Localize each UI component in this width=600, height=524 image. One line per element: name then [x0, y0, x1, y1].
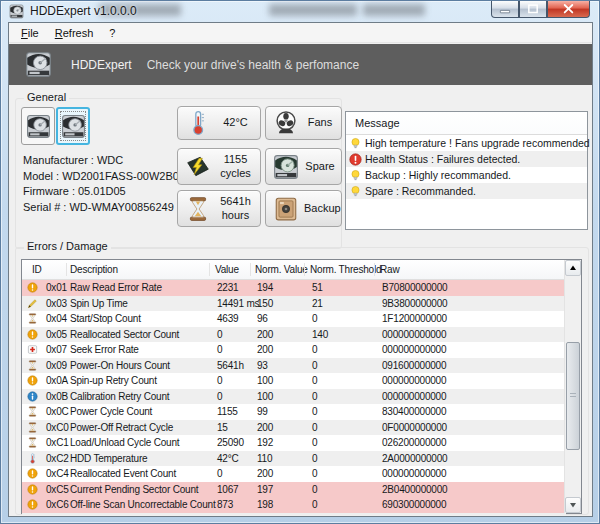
drive-button-2[interactable] — [56, 107, 90, 145]
app-name: HDDExpert — [71, 58, 132, 72]
warning-icon — [27, 499, 38, 510]
column-header-id[interactable]: ID — [32, 264, 42, 275]
smart-attribute-row-0xC7[interactable]: 0xC7Ultra DMA CRC Error Rate020000000000… — [22, 513, 566, 516]
hourglass-icon — [185, 196, 211, 222]
spare-drive-icon — [273, 154, 299, 180]
maximize-button[interactable] — [519, 1, 547, 18]
cell-description: Off-line Scan Uncorrectable Count — [68, 499, 215, 510]
cell-icon — [22, 499, 42, 510]
menu-item-help[interactable]: ? — [101, 24, 123, 42]
cell-value: 0 — [215, 468, 255, 479]
smart-attribute-row-0x0C[interactable]: 0x0CPower Cycle Count1155990830400000000 — [22, 404, 566, 420]
cell-icon — [22, 298, 42, 309]
smart-attributes-table: IDDescriptionValueNorm. ValueNorm. Thres… — [21, 259, 582, 514]
warning-icon — [27, 282, 38, 293]
cell-icon — [22, 406, 42, 417]
cell-value: 0 — [215, 329, 255, 340]
minimize-button[interactable] — [491, 1, 519, 18]
app-tagline: Check your drive's health & perfomance — [147, 58, 359, 72]
cell-id: 0xC4 — [42, 468, 68, 479]
table-header[interactable]: IDDescriptionValueNorm. ValueNorm. Thres… — [22, 260, 581, 280]
cell-value: 14491 ms — [215, 298, 255, 309]
cell-description: Power-On Hours Count — [68, 360, 215, 371]
smart-attribute-row-0x09[interactable]: 0x09Power-On Hours Count5641h93009160000… — [22, 358, 566, 374]
menu-item-refresh[interactable]: Refresh — [47, 24, 102, 42]
column-header-norm-threshold[interactable]: Norm. Threshold — [310, 264, 381, 275]
smart-attribute-row-0xC5[interactable]: 0xC5Current Pending Sector Count10671970… — [22, 482, 566, 498]
vertical-scrollbar[interactable] — [564, 260, 581, 513]
cell-raw: 690300000000 — [380, 499, 566, 510]
cell-value: 5641h — [215, 360, 255, 371]
smart-attribute-row-0x04[interactable]: 0x04Start/Stop Count46399601F1200000000 — [22, 311, 566, 327]
column-header-description[interactable]: Description — [70, 264, 118, 275]
smart-attribute-row-0x05[interactable]: 0x05Reallocated Sector Count020014000000… — [22, 327, 566, 343]
column-separator — [304, 263, 305, 276]
message-item[interactable]: Backup : Highly recommanded. — [346, 167, 587, 183]
temperature-button-label: 42°C — [216, 116, 260, 129]
safe-icon — [273, 196, 299, 222]
cell-norm-threshold: 0 — [310, 344, 380, 355]
message-item[interactable]: High temperature ! Fans upgrade recommen… — [346, 135, 587, 151]
message-panel: Message High temperature ! Fans upgrade … — [345, 111, 588, 230]
cell-value: 42°C — [215, 453, 255, 464]
smart-attribute-row-0xC2[interactable]: 0xC2HDD Temperature42°C11002A0000000000 — [22, 451, 566, 467]
cell-icon — [22, 344, 42, 355]
fans-button[interactable]: Fans — [265, 106, 342, 140]
smart-attribute-row-0x01[interactable]: 0x01Raw Read Error Rate223119451B7080000… — [22, 280, 566, 296]
cell-norm-threshold: 0 — [310, 499, 380, 510]
hourglass-icon — [27, 406, 38, 417]
close-button[interactable] — [547, 1, 590, 18]
cell-id: 0x0B — [42, 391, 68, 402]
message-text: High temperature ! Fans upgrade recommen… — [365, 137, 590, 149]
cell-value: 15 — [215, 422, 255, 433]
cell-id: 0xC0 — [42, 422, 68, 433]
drive-button-1[interactable] — [21, 107, 55, 145]
hdd-icon — [26, 114, 51, 139]
smart-attribute-row-0xC1[interactable]: 0xC1Load/Unload Cycle Count2509019200262… — [22, 435, 566, 451]
spare-button[interactable]: Spare — [265, 148, 342, 185]
cell-id: 0x04 — [42, 313, 68, 324]
cell-icon — [22, 453, 42, 464]
smart-attribute-row-0x0A[interactable]: 0x0ASpin-up Retry Count01000000000000000 — [22, 373, 566, 389]
message-item[interactable]: Spare : Recommanded. — [346, 183, 587, 199]
titlebar[interactable]: HDDExpert v1.0.0.0 — [1, 1, 599, 22]
drive-info: Manufacturer : WDC Model : WD2001FASS-00… — [23, 153, 179, 215]
power-cycles-button[interactable]: 1155 cycles — [177, 148, 261, 185]
power-cycles-icon — [185, 154, 211, 180]
cell-norm-value: 100 — [255, 391, 310, 402]
cell-raw: 1F1200000000 — [380, 313, 566, 324]
column-header-value[interactable]: Value — [215, 264, 239, 275]
column-header-raw[interactable]: Raw — [380, 264, 399, 275]
cell-icon — [22, 329, 42, 340]
smart-attribute-row-0x03[interactable]: 0x03Spin Up Time14491 ms150219B380000000… — [22, 296, 566, 312]
smart-attribute-row-0xC6[interactable]: 0xC6Off-line Scan Uncorrectable Count873… — [22, 497, 566, 513]
spare-button-label: Spare — [304, 160, 341, 173]
backup-button[interactable]: Backup — [265, 190, 342, 227]
scroll-up-button[interactable] — [565, 260, 581, 276]
smart-attribute-row-0x0B[interactable]: 0x0BCalibration Retry Count0100000000000… — [22, 389, 566, 405]
temperature-button[interactable]: 42°C — [177, 106, 261, 140]
power-on-hours-button[interactable]: 5641h hours — [177, 190, 261, 227]
scrollbar-thumb[interactable] — [566, 342, 580, 450]
cell-raw: 2B0400000000 — [380, 484, 566, 495]
menu-item-file[interactable]: File — [13, 24, 47, 42]
cell-id: 0xC6 — [42, 499, 68, 510]
smart-attribute-row-0x07[interactable]: 0x07Seek Error Rate02000000000000000 — [22, 342, 566, 358]
cell-value: 4639 — [215, 313, 255, 324]
cell-norm-value: 200 — [255, 468, 310, 479]
smart-attribute-row-0xC4[interactable]: 0xC4Reallocated Event Count0200000000000… — [22, 466, 566, 482]
hourglass-icon — [27, 422, 38, 433]
message-item[interactable]: Health Status : Failures detected. — [346, 151, 587, 167]
menu-bar: FileRefresh? — [9, 23, 592, 43]
cell-raw: 026200000000 — [380, 437, 566, 448]
window-title: HDDExpert v1.0.0.0 — [30, 4, 137, 18]
app-window: HDDExpert v1.0.0.0 FileRefresh? HDDExper… — [0, 0, 600, 524]
column-header-norm-value[interactable]: Norm. Value — [255, 264, 308, 275]
bulb-icon — [349, 169, 362, 182]
smart-attribute-row-0xC0[interactable]: 0xC0Power-Off Retract Cycle1520000F00000… — [22, 420, 566, 436]
cell-id: 0x01 — [42, 282, 68, 293]
warning-icon — [27, 375, 38, 386]
scroll-down-button[interactable] — [565, 497, 581, 513]
cell-norm-value: 96 — [255, 313, 310, 324]
cell-description: Raw Read Error Rate — [68, 282, 215, 293]
